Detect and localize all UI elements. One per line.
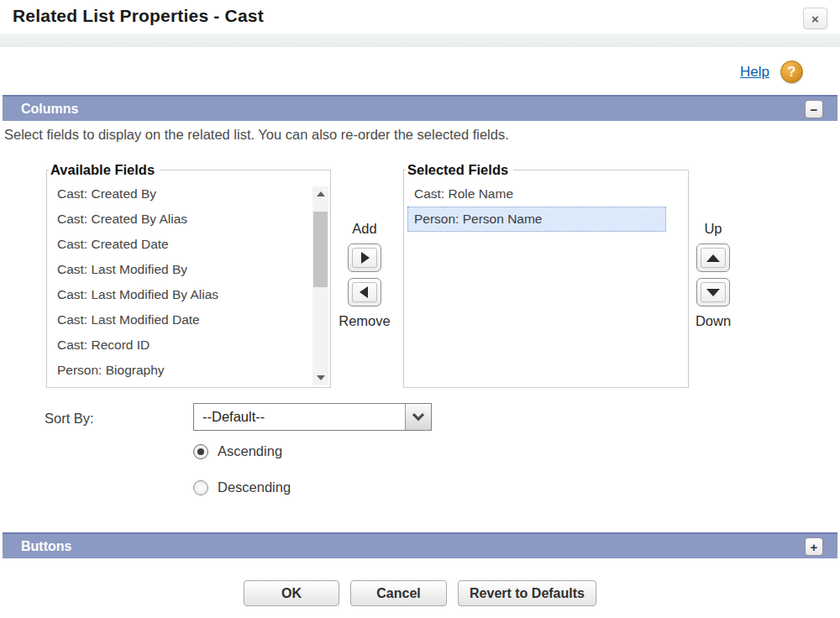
vertical-scrollbar[interactable] [312, 186, 328, 385]
remove-label: Remove [339, 312, 390, 330]
sort-by-dropdown[interactable]: --Default-- [193, 403, 432, 431]
list-item-selected[interactable]: Person: Person Name [407, 207, 666, 232]
dropdown-arrow-button[interactable] [405, 404, 431, 430]
sort-by-label: Sort By: [45, 411, 94, 427]
available-fields-label: Available Fields [49, 162, 160, 178]
plus-icon: + [811, 541, 818, 553]
close-button[interactable]: × [803, 8, 827, 29]
selected-fields-listbox: Selected Fields Cast: Role Name Person: … [403, 162, 689, 388]
arrow-up-icon [706, 254, 720, 262]
collapse-columns-button[interactable]: − [805, 100, 823, 118]
selected-fields-list: Cast: Role Name Person: Person Name [404, 178, 688, 232]
revert-to-defaults-button[interactable]: Revert to Defaults [458, 580, 596, 606]
list-item[interactable]: Cast: Record ID [57, 333, 310, 358]
close-icon: × [811, 12, 819, 26]
add-button[interactable] [348, 244, 381, 272]
ascending-radio[interactable]: Ascending [193, 443, 282, 459]
scroll-up-icon[interactable] [312, 186, 328, 202]
help-link[interactable]: Help [740, 64, 769, 81]
remove-button-inner [352, 282, 377, 302]
buttons-section-header: Buttons + [3, 532, 837, 558]
descending-label: Descending [218, 479, 291, 495]
down-label: Down [696, 312, 731, 330]
columns-section-header: Columns − [3, 95, 837, 121]
selected-fields-label: Selected Fields [406, 162, 513, 178]
up-button[interactable] [696, 244, 730, 272]
list-item[interactable]: Cast: Created By [57, 181, 310, 207]
list-item[interactable]: Cast: Last Modified By [57, 257, 310, 282]
radio-checked-icon[interactable] [193, 444, 208, 459]
radio-unchecked-icon[interactable] [193, 480, 208, 495]
footer-actions: OK Cancel Revert to Defaults [0, 580, 840, 606]
sort-by-value: --Default-- [194, 404, 405, 430]
arrow-right-icon [361, 252, 370, 264]
list-item[interactable]: Cast: Created Date [57, 232, 310, 257]
buttons-section-title: Buttons [21, 539, 71, 554]
available-fields-list: Cast: Created By Cast: Created By Alias … [47, 178, 330, 383]
scroll-down-icon[interactable] [312, 370, 328, 385]
available-fields-listbox: Available Fields Cast: Created By Cast: … [46, 162, 331, 388]
minus-icon: − [811, 103, 818, 116]
add-button-inner [352, 248, 377, 268]
up-label: Up [704, 219, 722, 238]
help-area: Help ? [740, 60, 803, 83]
header-divider [0, 34, 840, 47]
chevron-down-icon [412, 409, 424, 421]
down-button-inner [701, 282, 726, 302]
question-glyph: ? [788, 65, 796, 80]
down-button[interactable] [696, 278, 730, 306]
columns-section-title: Columns [21, 102, 78, 117]
list-item[interactable]: Cast: Created By Alias [57, 207, 310, 232]
descending-radio[interactable]: Descending [193, 479, 291, 495]
cancel-button[interactable]: Cancel [350, 580, 447, 606]
ascending-label: Ascending [218, 443, 282, 459]
reorder-controls: Up Down [685, 219, 741, 330]
add-remove-controls: Add Remove [333, 219, 396, 330]
remove-button[interactable] [348, 278, 381, 306]
expand-buttons-button[interactable]: + [805, 537, 823, 556]
list-item[interactable]: Person: Biography [57, 358, 310, 383]
list-item[interactable]: Cast: Role Name [407, 181, 666, 207]
list-item[interactable]: Cast: Last Modified Date [57, 307, 310, 333]
add-label: Add [352, 219, 376, 238]
columns-description: Select fields to display on the related … [4, 127, 509, 143]
help-question-icon[interactable]: ? [780, 60, 803, 83]
scrollbar-thumb[interactable] [313, 212, 328, 287]
ok-button[interactable]: OK [244, 580, 339, 606]
list-item[interactable]: Cast: Last Modified By Alias [57, 282, 310, 307]
up-button-inner [701, 248, 726, 268]
arrow-left-icon [360, 286, 368, 298]
arrow-down-icon [706, 289, 720, 296]
page-title: Related List Properties - Cast [13, 6, 264, 26]
